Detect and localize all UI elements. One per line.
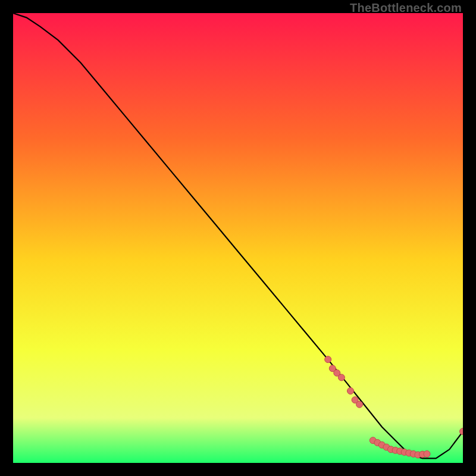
plot-area: [13, 13, 463, 463]
chart-frame: TheBottleneck.com: [0, 0, 476, 476]
point-cluster-mid-3: [356, 401, 363, 408]
point-cluster-upper-4: [338, 374, 345, 381]
point-cluster-upper-1: [325, 356, 331, 363]
point-cluster-mid-1: [347, 388, 354, 394]
gradient-background: [13, 13, 463, 463]
point-bottom-13: [424, 450, 430, 457]
chart-svg: [13, 13, 463, 463]
